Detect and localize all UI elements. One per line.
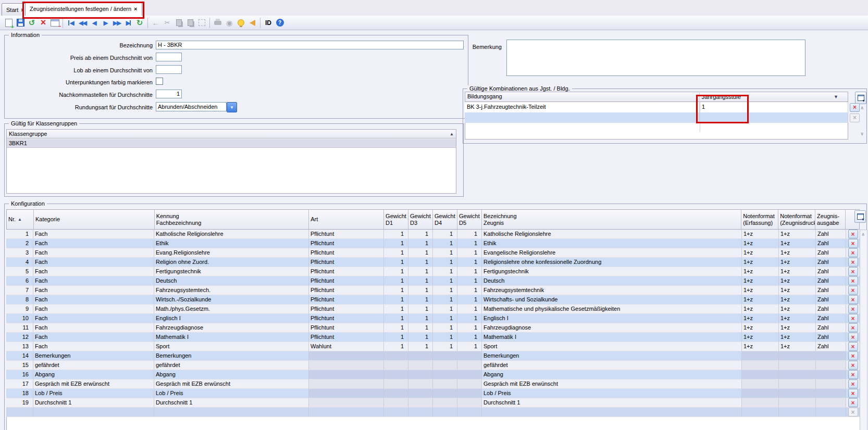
column-header-label: Notenformat (Erfassung) (743, 213, 775, 226)
fast-back-button[interactable]: ◀◀ (77, 17, 88, 29)
konfiguration-row[interactable]: 8FachWirtsch.-/SozialkundePflichtunt1111… (6, 295, 860, 305)
cell-d5 (457, 389, 482, 398)
next-record-button[interactable]: ▶ (100, 17, 111, 29)
konfiguration-scrollbar[interactable]: ∧ (860, 230, 867, 430)
delete-row-button[interactable]: × (848, 333, 858, 342)
kombinationen-header: Bildungsgang Jahrgangsstufe ▼ (465, 92, 848, 102)
cell-nf_druck: 1+z (779, 305, 816, 314)
save-button[interactable] (15, 17, 26, 29)
kombination-row[interactable]: × (465, 112, 860, 123)
hint-button[interactable] (235, 17, 246, 29)
konfiguration-row[interactable]: 17Gespräch mit EZB erwünschtGespräch mit… (6, 380, 860, 389)
delete-row-button[interactable]: × (848, 351, 858, 360)
column-header-kategorie[interactable]: Kategorie (34, 210, 155, 229)
delete-row-button[interactable]: × (848, 276, 858, 285)
konfiguration-row[interactable]: 14BemerkungenBemerkungenBemerkungen× (6, 351, 860, 361)
column-header-art[interactable]: Art (309, 210, 384, 229)
delete-row-button[interactable]: × (848, 389, 858, 398)
bemerkung-label: Bemerkung (401, 44, 502, 50)
scroll-down-icon[interactable]: ∨ (860, 131, 864, 136)
konfiguration-row[interactable]: 10FachEnglisch IPflichtunt1111Englisch I… (6, 314, 860, 323)
kombination-row[interactable]: BK 3-j.Fahrzeugtechnik-Teilzeit1× (465, 102, 860, 112)
delete-row-button[interactable]: × (848, 370, 858, 379)
delete-row-button[interactable]: × (848, 258, 858, 267)
new-row[interactable]: × (6, 408, 860, 417)
konfiguration-row[interactable]: 18Lob / PreisLob / PreisLob / Preis× (6, 389, 860, 398)
previous-record-button[interactable]: ◀ (88, 17, 100, 29)
rundungsart-select[interactable]: Abrunden/Abschneiden ▾ (156, 102, 237, 112)
column-header-d1[interactable]: Gewicht D1 (384, 210, 408, 229)
fast-forward-button[interactable]: ▶▶ (111, 17, 122, 29)
lob-input[interactable] (156, 65, 182, 74)
notification-button[interactable] (246, 17, 258, 29)
tab-zeugniseinstellungen[interactable]: Zeugniseinstellungen festlegen / ändern … (25, 2, 142, 16)
delete-row-button[interactable]: × (848, 267, 858, 276)
konfiguration-column-chooser-button[interactable] (854, 210, 866, 223)
cell-nf_druck: 1+z (779, 323, 816, 333)
konfiguration-row[interactable]: 2FachEthikPflichtunt1111Ethik1+z1+zZahl× (6, 239, 860, 248)
delete-button[interactable] (38, 17, 49, 29)
preis-input[interactable] (156, 53, 182, 61)
konfiguration-row[interactable]: 19Durchschnitt 1Durchschnitt 1Durchschni… (6, 398, 860, 408)
column-header-jahrgangsstufe[interactable]: Jahrgangsstufe ▼ (700, 92, 848, 102)
konfiguration-row[interactable]: 13FachSportWahlunt1111Sport1+z1+zZahl× (6, 342, 860, 351)
konfiguration-row[interactable]: 5FachFertigungstechnikPflichtunt1111Fert… (6, 267, 860, 276)
scroll-up-icon[interactable]: ∧ (861, 232, 868, 237)
konfiguration-row[interactable]: 15gefährdetgefährdetgefährdet× (6, 361, 860, 370)
column-header-nf_druck[interactable]: Notenformat (Zeugnisdruck) (778, 210, 815, 229)
help-button[interactable] (274, 17, 286, 29)
delete-row-button[interactable]: × (848, 286, 858, 295)
rundungsart-dropdown-button[interactable]: ▾ (227, 102, 237, 112)
konfiguration-row[interactable]: 6FachDeutschPflichtunt1111Deutsch1+z1+zZ… (6, 276, 860, 286)
konfiguration-row[interactable]: 16AbgangAbgangAbgang× (6, 370, 860, 380)
column-header-klassengruppe[interactable]: Klassengruppe ▲ (6, 129, 456, 138)
delete-row-button[interactable]: × (848, 248, 858, 257)
unterpunktungen-checkbox[interactable] (156, 78, 163, 85)
notification-horn-icon (250, 20, 255, 26)
refresh-button[interactable] (134, 17, 145, 29)
column-header-d3[interactable]: Gewicht D3 (408, 210, 433, 229)
filter-dropdown-icon[interactable]: ▼ (834, 92, 838, 102)
delete-row-button[interactable]: × (848, 305, 858, 313)
delete-row-button[interactable]: × (848, 239, 858, 248)
delete-cell: × (846, 342, 860, 351)
cell-kennung: Evang.Religionslehre (154, 248, 309, 258)
konfiguration-row[interactable]: 4FachReligion ohne Zuord.Pflichtunt1111R… (6, 258, 860, 267)
konfiguration-row[interactable]: 1FachKatholische ReligionslehrePflichtun… (6, 230, 860, 239)
column-header-ausgabe[interactable]: Zeugnis- ausgabe (815, 210, 846, 229)
tab-start-close-icon[interactable]: × (21, 7, 24, 13)
undo-button[interactable] (26, 17, 38, 29)
first-record-button[interactable]: ◀ (65, 17, 77, 29)
column-header-nf_erf[interactable]: Notenformat (Erfassung) (741, 210, 778, 229)
column-header-d5[interactable]: Gewicht D5 (457, 210, 482, 229)
delete-row-button[interactable]: × (848, 230, 858, 238)
cell-ausgabe (816, 389, 846, 398)
delete-row-button[interactable]: × (848, 342, 858, 351)
delete-row-button[interactable]: × (848, 295, 858, 304)
delete-row-button[interactable]: × (848, 380, 858, 388)
edit-form-button[interactable] (49, 17, 60, 29)
konfiguration-row[interactable]: 7FachFahrzeugsystemtech.Pflichtunt1111Fa… (6, 286, 860, 295)
scroll-up-icon[interactable]: ∧ (860, 105, 864, 110)
column-header-bildungsgang[interactable]: Bildungsgang (465, 92, 700, 102)
delete-row-button[interactable]: × (848, 323, 858, 332)
konfiguration-row[interactable]: 11FachFahrzeugdiagnosePflichtunt1111Fahr… (6, 323, 860, 333)
column-header-d4[interactable]: Gewicht D4 (433, 210, 457, 229)
column-header-kennung[interactable]: Kennung Fachbezeichnung (155, 210, 309, 229)
bemerkung-textarea[interactable] (506, 40, 805, 76)
nachkommastellen-input[interactable]: 1 (156, 90, 182, 98)
konfiguration-row[interactable]: 3FachEvang.ReligionslehrePflichtunt1111E… (6, 248, 860, 258)
klassengruppe-row[interactable]: 3BKR1 (7, 139, 456, 148)
tab-zeugniseinstellungen-close-icon[interactable]: × (134, 6, 137, 12)
last-record-button[interactable]: ▶ (122, 17, 134, 29)
delete-row-button[interactable]: × (848, 314, 858, 323)
konfiguration-row[interactable]: 9FachMath./phys.Gesetzm.Pflichtunt1111Ma… (6, 305, 860, 314)
konfiguration-row[interactable]: 12FachMathematik IPflichtunt1111Mathemat… (6, 333, 860, 342)
column-header-bezeichnung[interactable]: Bezeichnung Zeugnis (482, 210, 741, 229)
delete-row-button[interactable]: × (848, 398, 858, 407)
new-record-button[interactable] (3, 17, 15, 29)
id-button[interactable]: ID (263, 17, 274, 29)
column-header-nr[interactable]: Nr.▲ (7, 210, 34, 229)
delete-row-button[interactable]: × (850, 103, 860, 112)
delete-row-button[interactable]: × (848, 361, 858, 370)
